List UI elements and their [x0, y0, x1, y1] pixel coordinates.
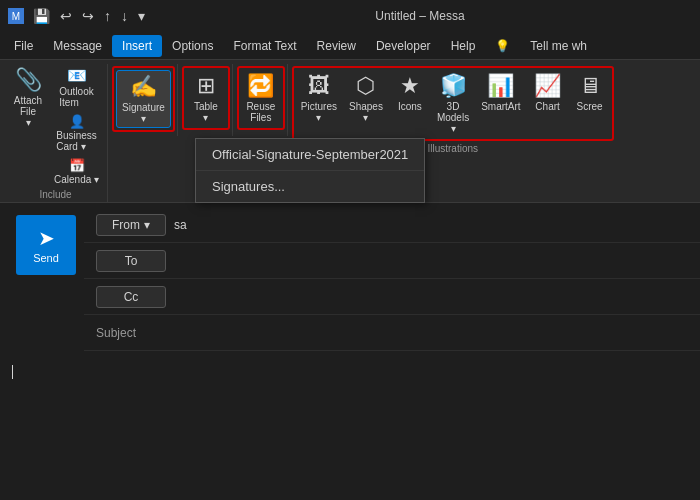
menu-tellme[interactable]: Tell me wh: [520, 35, 597, 57]
signature-dropdown-menu: Official-Signature-September2021 Signatu…: [195, 138, 425, 203]
signature-button[interactable]: ✍ Signature ▾: [116, 70, 171, 128]
menu-options[interactable]: Options: [162, 35, 223, 57]
chart-button[interactable]: 📈 Chart: [528, 70, 568, 115]
business-card-button[interactable]: 👤 BusinessCard ▾: [50, 112, 103, 154]
ribbon-group-include: 📎 AttachFile ▾ 📧 OutlookItem 👤 BusinessC…: [4, 64, 108, 202]
subject-label: Subject: [96, 326, 156, 340]
compose-area: ➤ Send From ▾ To Cc: [0, 203, 700, 351]
signatures-item[interactable]: Signatures...: [196, 171, 424, 202]
up-icon[interactable]: ↑: [101, 6, 114, 26]
menu-help[interactable]: Help: [441, 35, 486, 57]
screenshot-icon: 🖥: [579, 73, 601, 99]
cc-row: Cc: [84, 279, 700, 315]
smartart-button[interactable]: 📊 SmartArt: [476, 70, 525, 115]
table-button[interactable]: ⊞ Table ▾: [186, 70, 226, 126]
menu-message[interactable]: Message: [43, 35, 112, 57]
to-input[interactable]: [174, 254, 688, 268]
include-group-label: Include: [8, 189, 103, 200]
title-bar: M 💾 ↩ ↪ ↑ ↓ ▾ Untitled – Messa: [0, 0, 700, 32]
from-row: From ▾: [84, 207, 700, 243]
menu-format-text[interactable]: Format Text: [223, 35, 306, 57]
official-signature-item[interactable]: Official-Signature-September2021: [196, 139, 424, 171]
business-card-icon: 👤: [69, 114, 85, 129]
cc-button[interactable]: Cc: [96, 286, 166, 308]
3d-models-icon: 🧊: [440, 73, 467, 99]
title-bar-left: M 💾 ↩ ↪ ↑ ↓ ▾: [8, 6, 148, 26]
icons-icon: ★: [400, 73, 420, 99]
chart-icon: 📈: [534, 73, 561, 99]
reuse-icon: 🔁: [247, 73, 274, 99]
calendar-icon: 📅: [69, 158, 85, 173]
menu-insert[interactable]: Insert: [112, 35, 162, 57]
ribbon-group-table: ⊞ Table ▾: [180, 64, 233, 136]
menu-bar: File Message Insert Options Format Text …: [0, 32, 700, 60]
illustrations-items: 🖼 Pictures ▾ ⬡ Shapes ▾ ★ Icons 🧊: [296, 70, 610, 137]
outlook-item-button[interactable]: 📧 OutlookItem: [50, 64, 103, 110]
table-icon: ⊞: [197, 73, 215, 99]
signature-highlight-border: ✍ Signature ▾: [112, 66, 175, 132]
attach-file-button[interactable]: 📎 AttachFile ▾: [8, 64, 48, 131]
icons-button[interactable]: ★ Icons: [390, 70, 430, 115]
undo-icon[interactable]: ↩: [57, 6, 75, 26]
3d-models-button[interactable]: 🧊 3DModels ▾: [432, 70, 474, 137]
menu-review[interactable]: Review: [307, 35, 366, 57]
reuse-highlight-border: 🔁 ReuseFiles: [237, 66, 285, 130]
subject-input[interactable]: [156, 326, 688, 340]
quick-access-toolbar: 💾 ↩ ↪ ↑ ↓ ▾: [30, 6, 148, 26]
menu-developer[interactable]: Developer: [366, 35, 441, 57]
smartart-icon: 📊: [487, 73, 514, 99]
menu-lightbulb[interactable]: 💡: [485, 35, 520, 57]
pictures-icon: 🖼: [308, 73, 330, 99]
to-row: To: [84, 243, 700, 279]
table-dropdown-arrow: ▾: [203, 112, 208, 123]
shapes-button[interactable]: ⬡ Shapes ▾: [344, 70, 388, 126]
screenshot-button[interactable]: 🖥 Scree: [570, 70, 610, 115]
reuse-files-button[interactable]: 🔁 ReuseFiles: [241, 70, 281, 126]
signature-dropdown-arrow: ▾: [141, 113, 146, 124]
save-icon[interactable]: 💾: [30, 6, 53, 26]
email-compose: ➤ Send From ▾ To Cc: [0, 203, 700, 500]
calendar-button[interactable]: 📅 Calenda ▾: [50, 156, 103, 187]
illustrations-highlight-border: 🖼 Pictures ▾ ⬡ Shapes ▾ ★ Icons 🧊: [292, 66, 614, 141]
outlook-item-icon: 📧: [67, 66, 87, 85]
ribbon-group-signature: ✍ Signature ▾: [110, 64, 178, 136]
attach-dropdown-arrow: ▾: [26, 117, 31, 128]
compose-fields: From ▾ To Cc Subject: [84, 207, 700, 351]
send-button[interactable]: ➤ Send: [16, 215, 76, 275]
cc-input[interactable]: [174, 290, 688, 304]
app-icon: M: [8, 8, 24, 24]
ribbon: 📎 AttachFile ▾ 📧 OutlookItem 👤 BusinessC…: [0, 60, 700, 203]
subject-row: Subject: [84, 315, 700, 351]
shapes-icon: ⬡: [356, 73, 375, 99]
menu-file[interactable]: File: [4, 35, 43, 57]
include-items: 📎 AttachFile ▾ 📧 OutlookItem 👤 BusinessC…: [8, 64, 103, 187]
signature-icon: ✍: [130, 74, 157, 100]
redo-icon[interactable]: ↪: [79, 6, 97, 26]
from-input[interactable]: [174, 218, 688, 232]
more-icon[interactable]: ▾: [135, 6, 148, 26]
attach-icon: 📎: [15, 67, 42, 93]
compose-body[interactable]: [0, 351, 700, 500]
pictures-button[interactable]: 🖼 Pictures ▾: [296, 70, 342, 126]
ribbon-group-reuse: 🔁 ReuseFiles: [235, 64, 288, 136]
to-button[interactable]: To: [96, 250, 166, 272]
text-cursor: [12, 365, 13, 379]
window-title: Untitled – Messa: [375, 9, 464, 23]
send-icon: ➤: [38, 226, 55, 250]
from-button[interactable]: From ▾: [96, 214, 166, 236]
table-highlight-border: ⊞ Table ▾: [182, 66, 230, 130]
down-icon[interactable]: ↓: [118, 6, 131, 26]
